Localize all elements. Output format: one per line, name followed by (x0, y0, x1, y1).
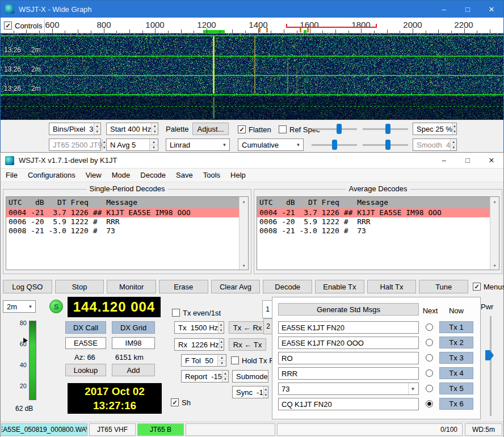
spin-up-icon[interactable]: ▲ (219, 322, 224, 328)
scroll-up-icon[interactable]: ▲ (240, 197, 248, 205)
spin-down-icon[interactable]: ▼ (150, 145, 158, 151)
dx-grid-field[interactable]: IM98 (112, 337, 155, 349)
tx-message-field-2[interactable]: EA5SE K1JT FN20 OOO (278, 337, 419, 349)
spin-down-icon[interactable]: ▼ (451, 145, 456, 151)
start-freq-spinner[interactable]: Start 400 Hz ▲▼ (106, 123, 158, 135)
next-radio-5[interactable] (426, 385, 433, 392)
spin-down-icon[interactable]: ▼ (152, 129, 158, 135)
tx-message-field-1[interactable]: EA5SE K1JT FN20 (278, 321, 419, 334)
decode-row[interactable]: 0008 -21 -3.0 1220 # 73 (6, 226, 239, 236)
slider-handle[interactable] (337, 124, 342, 134)
dx-call-button[interactable]: DX Call (65, 321, 106, 334)
tx-message-field-6[interactable]: CQ K1JT FN20 (278, 398, 419, 410)
submode-spinner[interactable]: Submode B ▲▼ (232, 370, 268, 383)
main-titlebar[interactable]: WSJT-X v1.7.1-devel by K1JT – □ ✕ (1, 153, 503, 169)
next-radio-2[interactable] (426, 339, 433, 346)
bins-pixel-spinner[interactable]: Bins/Pixel 3 ▲▼ (49, 123, 101, 135)
ftol-spinner[interactable]: F Tol 50 ▲▼ (181, 354, 226, 367)
menu-mode[interactable]: Mode (107, 171, 136, 179)
menu-configurations[interactable]: Configurations (23, 171, 81, 179)
sh-checkbox[interactable]: ✓ Sh (171, 398, 191, 407)
tx-message-combo-5[interactable]: 73 ▼ (278, 383, 419, 395)
tx6-button[interactable]: Tx 6 (439, 398, 473, 410)
maximize-icon[interactable]: □ (456, 1, 480, 18)
close-icon[interactable]: ✕ (480, 1, 503, 18)
add-button[interactable]: Add (112, 364, 155, 376)
spin-down-icon[interactable]: ▼ (220, 345, 224, 351)
enable-tx-button[interactable]: Enable Tx (315, 280, 364, 293)
generate-std-msgs-button[interactable]: Generate Std Msgs (278, 303, 419, 316)
menu-file[interactable]: File (1, 171, 23, 179)
decode-row[interactable]: 0006 -20 5.9 1222 # RRR (6, 217, 239, 226)
spin-down-icon[interactable]: ▼ (264, 393, 268, 398)
next-radio-1[interactable] (426, 323, 433, 331)
spectrum-mode-select[interactable]: Cumulative ▼ (238, 138, 304, 151)
minimize-icon[interactable]: – (432, 153, 456, 168)
spin-up-icon[interactable]: ▲ (264, 386, 268, 393)
decode-row[interactable]: 0004 -21 3.7 1226 ## K1JT EA5SE IM98 OOO… (6, 208, 239, 217)
dx-grid-button[interactable]: DX Grid (112, 321, 155, 334)
spin-up-icon[interactable]: ▲ (152, 123, 158, 129)
smooth-spinner[interactable]: Smooth 4 ▲▼ (413, 138, 457, 151)
palette-select[interactable]: Linrad ▼ (166, 138, 230, 151)
spin-down-icon[interactable]: ▼ (219, 328, 224, 334)
waterfall-zero-slider[interactable] (363, 123, 408, 135)
tx2-button[interactable]: Tx 2 (439, 337, 473, 348)
tab-1[interactable]: 1 (262, 300, 272, 318)
rx-freq-spinner[interactable]: Rx 1226 Hz ▲▼ (174, 338, 224, 351)
menu-decode[interactable]: Decode (135, 171, 171, 179)
wide-graph-titlebar[interactable]: WSJT-X - Wide Graph – □ ✕ (1, 1, 503, 18)
halt-tx-button[interactable]: Halt Tx (367, 280, 417, 293)
spin-down-icon[interactable]: ▼ (218, 361, 226, 367)
n-avg-spinner[interactable]: N Avg 5 ▲▼ (106, 138, 158, 151)
tx1-button[interactable]: Tx 1 (439, 321, 473, 333)
scrollbar[interactable]: ▲ ▼ (490, 197, 499, 270)
maximize-icon[interactable]: □ (456, 153, 480, 168)
slider-handle[interactable] (332, 140, 337, 150)
waterfall-gain-slider[interactable] (312, 123, 357, 135)
tx-message-field-4[interactable]: RRR (278, 367, 419, 380)
slider-handle[interactable] (385, 140, 390, 150)
decode-row[interactable]: 0008 -21 -3.0 1220 # 73 (257, 226, 490, 236)
tab-2[interactable]: 2 (263, 318, 272, 334)
tx4-button[interactable]: Tx 4 (439, 367, 473, 379)
tx-from-rx-button[interactable]: Tx ← Rx (229, 321, 266, 334)
spin-up-icon[interactable]: ▲ (453, 123, 456, 129)
decode-row[interactable]: 0006 -20 5.9 1222 # RRR (257, 217, 490, 226)
menus-checkbox[interactable]: ✓ Menus (473, 282, 504, 291)
next-radio-3[interactable] (426, 354, 433, 362)
tx-freq-spinner[interactable]: Tx 1500 Hz ▲▼ (174, 321, 224, 334)
stop-button[interactable]: Stop (55, 280, 104, 293)
waterfall-canvas[interactable] (1, 33, 503, 120)
spin-down-icon[interactable]: ▼ (222, 377, 228, 383)
slider-handle[interactable] (385, 124, 390, 134)
lookup-button[interactable]: Lookup (65, 364, 106, 376)
spec-percent-spinner[interactable]: Spec 25 % ▲▼ (413, 123, 457, 135)
spin-down-icon[interactable]: ▼ (94, 129, 100, 135)
tx5-button[interactable]: Tx 5 (439, 383, 473, 394)
log-qso-button[interactable]: Log QSO (3, 280, 52, 293)
single-decodes-table[interactable]: UTC dB DT Freq Message 0004 -21 3.7 1226… (6, 196, 249, 270)
spin-up-icon[interactable]: ▲ (94, 123, 100, 129)
tx-message-field-3[interactable]: RO (278, 352, 419, 364)
chevron-down-icon[interactable]: ▼ (408, 383, 417, 394)
pwr-slider[interactable] (490, 316, 492, 416)
waterfall[interactable]: 13:262m 13:262m 13:262m (1, 33, 503, 120)
pwr-slider-handle[interactable] (485, 350, 494, 360)
menu-tools[interactable]: Tools (198, 171, 225, 179)
rx-from-tx-button[interactable]: Rx ← Tx (229, 338, 266, 351)
scroll-down-icon[interactable]: ▼ (490, 261, 499, 270)
next-radio-6[interactable] (426, 400, 433, 407)
spectrum-zero-slider[interactable] (363, 138, 408, 151)
report-spinner[interactable]: Report -15 ▲▼ (181, 370, 229, 383)
close-icon[interactable]: ✕ (480, 153, 503, 168)
spin-up-icon[interactable]: ▲ (150, 139, 158, 145)
minimize-icon[interactable]: – (432, 1, 456, 18)
spin-up-icon[interactable]: ▲ (220, 339, 224, 345)
tx-even-checkbox[interactable]: Tx even/1st (172, 308, 221, 317)
menu-view[interactable]: View (81, 171, 107, 179)
frequency-scale[interactable]: ✓ Controls 600 800 1000 1200 1400 1600 1… (1, 18, 503, 33)
average-decodes-table[interactable]: UTC dB DT Freq Message 0004 -21 3.7 1226… (257, 196, 499, 270)
menu-save[interactable]: Save (171, 171, 198, 179)
spin-up-icon[interactable]: ▲ (103, 139, 106, 145)
